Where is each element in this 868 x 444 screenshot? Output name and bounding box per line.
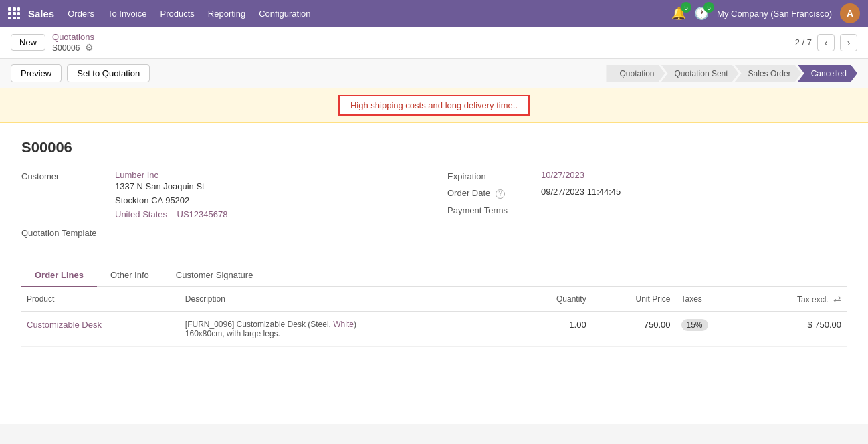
activity-clock[interactable]: 🕐 5 xyxy=(694,6,709,21)
description-detail: 160x80cm, with large legs. xyxy=(185,329,512,338)
tab-order-lines[interactable]: Order Lines xyxy=(21,265,97,287)
page-nav: 2 / 7 xyxy=(795,37,812,47)
notifications-bell[interactable]: 🔔 5 xyxy=(671,6,686,21)
warning-banner: High shipping costs and long delivery ti… xyxy=(0,88,868,123)
status-quotation[interactable]: Quotation xyxy=(606,65,665,82)
tab-customer-signature[interactable]: Customer Signature xyxy=(162,265,267,287)
apps-icon[interactable] xyxy=(8,7,20,19)
order-date-field: Order Date ? 09/27/2023 11:44:45 xyxy=(447,187,847,199)
order-date-label: Order Date ? xyxy=(447,187,541,199)
column-settings-icon[interactable]: ⇄ xyxy=(833,294,841,304)
breadcrumb-current: S00006 xyxy=(52,43,80,53)
activity-count: 5 xyxy=(703,2,714,13)
address-line2: Stockton CA 95202 xyxy=(115,194,227,208)
avatar[interactable]: A xyxy=(840,3,860,23)
form-left: Customer Lumber Inc 1337 N San Joaquin S… xyxy=(21,170,421,249)
breadcrumb-right: 2 / 7 ‹ › xyxy=(795,34,857,51)
svg-rect-2 xyxy=(17,7,20,11)
breadcrumb-left: New Quotations S00006 ⚙ xyxy=(11,32,94,53)
nav-configuration[interactable]: Configuration xyxy=(259,6,310,21)
company-name[interactable]: My Company (San Francisco) xyxy=(717,9,832,19)
set-to-quotation-button[interactable]: Set to Quotation xyxy=(67,64,150,82)
order-date-value: 09/27/2023 11:44:45 xyxy=(541,187,621,197)
payment-terms-label: Payment Terms xyxy=(447,204,541,215)
form-right: Expiration 10/27/2023 Order Date ? 09/27… xyxy=(447,170,847,249)
tab-other-info[interactable]: Other Info xyxy=(97,265,162,287)
next-record-button[interactable]: › xyxy=(840,34,857,51)
warning-box: High shipping costs and long delivery ti… xyxy=(338,95,530,116)
app-name: Sales xyxy=(28,8,54,19)
col-product: Product xyxy=(21,287,180,312)
product-name[interactable]: Customizable Desk xyxy=(27,320,102,330)
nav-to-invoice[interactable]: To Invoice xyxy=(108,6,147,21)
page-total: 7 xyxy=(807,37,812,47)
top-navigation: Sales Orders To Invoice Products Reporti… xyxy=(0,0,868,27)
breadcrumb: Quotations S00006 ⚙ xyxy=(52,32,94,53)
svg-rect-8 xyxy=(17,17,20,19)
svg-rect-4 xyxy=(13,12,16,15)
status-quotation-sent[interactable]: Quotation Sent xyxy=(661,65,739,82)
preview-button[interactable]: Preview xyxy=(11,64,62,82)
tabs: Order Lines Other Info Customer Signatur… xyxy=(21,265,847,287)
table-row: Customizable Desk [FURN_0096] Customizab… xyxy=(21,312,847,347)
customer-value: Lumber Inc 1337 N San Joaquin St Stockto… xyxy=(115,170,227,221)
new-button[interactable]: New xyxy=(11,34,45,51)
cell-tax-excl: $ 750.00 xyxy=(745,312,847,347)
action-buttons: Preview Set to Quotation xyxy=(11,64,150,82)
cell-product: Customizable Desk xyxy=(21,312,180,347)
svg-rect-5 xyxy=(17,12,20,15)
cell-description: [FURN_0096] Customizable Desk (Steel, Wh… xyxy=(180,312,517,347)
svg-rect-0 xyxy=(8,7,11,11)
order-number: S00006 xyxy=(21,139,847,156)
cell-taxes: 15% xyxy=(676,312,746,347)
gear-icon[interactable]: ⚙ xyxy=(85,42,94,53)
status-cancelled[interactable]: Cancelled xyxy=(798,65,857,82)
order-date-help-icon[interactable]: ? xyxy=(496,189,505,199)
customer-name[interactable]: Lumber Inc xyxy=(115,170,227,180)
action-toolbar: Preview Set to Quotation Quotation Quota… xyxy=(0,59,868,88)
status-bar: Quotation Quotation Sent Sales Order Can… xyxy=(606,65,857,82)
nav-reporting[interactable]: Reporting xyxy=(208,6,245,21)
quotation-template-field: Quotation Template xyxy=(21,227,421,238)
svg-rect-7 xyxy=(13,17,16,19)
expiration-field: Expiration 10/27/2023 xyxy=(447,170,847,181)
expiration-value[interactable]: 10/27/2023 xyxy=(541,170,584,180)
breadcrumb-bar: New Quotations S00006 ⚙ 2 / 7 ‹ › xyxy=(0,27,868,59)
quotation-template-label: Quotation Template xyxy=(21,227,115,238)
nav-products[interactable]: Products xyxy=(160,6,194,21)
col-quantity: Quantity xyxy=(516,287,591,312)
form-grid: Customer Lumber Inc 1337 N San Joaquin S… xyxy=(21,170,847,249)
notification-count: 5 xyxy=(681,2,691,13)
page-current: 2 xyxy=(795,37,800,47)
tax-badge: 15% xyxy=(681,319,708,331)
customer-label: Customer xyxy=(21,170,115,181)
customer-field: Customer Lumber Inc 1337 N San Joaquin S… xyxy=(21,170,421,221)
address-line3[interactable]: United States – US12345678 xyxy=(115,208,227,222)
svg-rect-3 xyxy=(8,12,11,15)
svg-rect-6 xyxy=(8,17,11,19)
col-unit-price: Unit Price xyxy=(592,287,676,312)
avatar-initials: A xyxy=(847,8,853,19)
col-description: Description xyxy=(180,287,517,312)
breadcrumb-parent[interactable]: Quotations xyxy=(52,32,94,42)
nav-items: Orders To Invoice Products Reporting Con… xyxy=(68,6,671,21)
nav-right: 🔔 5 🕐 5 My Company (San Francisco) A xyxy=(671,3,860,23)
main-content: S00006 Customer Lumber Inc 1337 N San Jo… xyxy=(0,123,868,424)
table-header-row: Product Description Quantity Unit Price … xyxy=(21,287,847,312)
description-link[interactable]: White xyxy=(333,320,354,329)
nav-orders[interactable]: Orders xyxy=(68,6,94,21)
expiration-label: Expiration xyxy=(447,170,541,181)
cell-quantity: 1.00 xyxy=(516,312,591,347)
description-main: [FURN_0096] Customizable Desk (Steel, Wh… xyxy=(185,320,512,329)
cell-unit-price: 750.00 xyxy=(592,312,676,347)
address-block: 1337 N San Joaquin St Stockton CA 95202 … xyxy=(115,180,227,221)
warning-message: High shipping costs and long delivery ti… xyxy=(350,100,518,110)
col-tax-excl: Tax excl. ⇄ xyxy=(745,287,847,312)
payment-terms-field: Payment Terms xyxy=(447,204,847,215)
col-taxes: Taxes xyxy=(676,287,746,312)
svg-rect-1 xyxy=(13,7,16,11)
prev-record-button[interactable]: ‹ xyxy=(817,34,835,51)
status-sales-order[interactable]: Sales Order xyxy=(735,65,802,82)
address-line1: 1337 N San Joaquin St xyxy=(115,180,227,194)
product-table: Product Description Quantity Unit Price … xyxy=(21,287,847,347)
